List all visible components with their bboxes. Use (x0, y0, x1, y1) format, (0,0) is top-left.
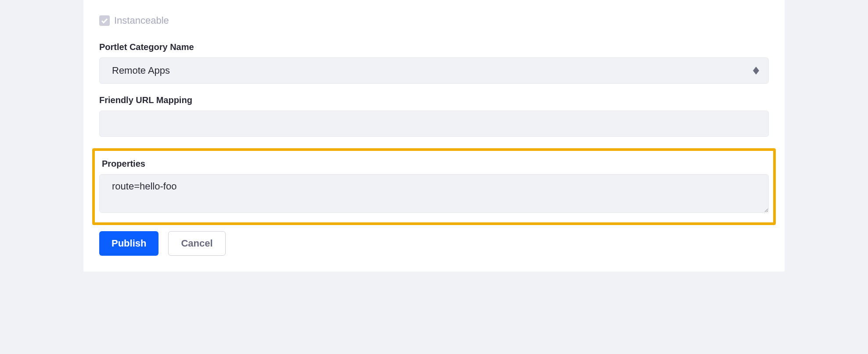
form-card: Instanceable Portlet Category Name Remot… (83, 0, 785, 272)
friendly-url-input[interactable] (99, 111, 769, 137)
friendly-url-field: Friendly URL Mapping (99, 95, 769, 137)
portlet-category-field: Portlet Category Name Remote Apps (99, 42, 769, 84)
button-row: Publish Cancel (99, 231, 769, 256)
instanceable-field: Instanceable (99, 0, 769, 31)
properties-highlighted-section: Properties (92, 148, 776, 225)
cancel-button[interactable]: Cancel (168, 231, 225, 256)
friendly-url-label: Friendly URL Mapping (99, 95, 769, 105)
check-icon (101, 17, 108, 24)
portlet-category-label: Portlet Category Name (99, 42, 769, 52)
instanceable-checkbox[interactable] (99, 15, 110, 26)
instanceable-label: Instanceable (114, 15, 169, 26)
publish-button[interactable]: Publish (99, 231, 158, 256)
portlet-category-value: Remote Apps (112, 65, 170, 76)
properties-label: Properties (102, 159, 769, 169)
properties-textarea[interactable] (99, 174, 769, 213)
portlet-category-select[interactable]: Remote Apps (99, 57, 769, 84)
